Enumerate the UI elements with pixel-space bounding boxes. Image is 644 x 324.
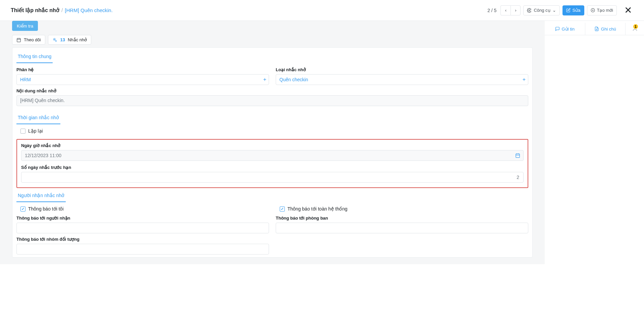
close-button[interactable]: ✕ <box>623 5 633 16</box>
pager-nav: ‹ › <box>500 5 521 15</box>
body: Kiểm tra Theo dõi 13 Nhắc nhở Thông tin … <box>0 21 644 264</box>
field-notify-group: Thông báo tới nhóm đối tượng <box>16 237 269 254</box>
notify-all-row[interactable]: Thông báo tới toàn hệ thống <box>276 205 528 212</box>
tab-time[interactable]: Thời gian nhắc nhở <box>16 113 60 124</box>
svg-point-8 <box>54 39 55 40</box>
gear-icon <box>527 8 532 13</box>
page-subtitle[interactable]: [HRM] Quên checkin. <box>65 7 113 13</box>
page-header: Thiết lập nhắc nhở / [HRM] Quên checkin.… <box>0 0 644 21</box>
note-icon <box>594 27 599 31</box>
side-tab-user[interactable]: 1 <box>625 23 644 35</box>
tools-label: Công cụ <box>534 8 550 13</box>
content-label: Nội dung nhắc nhở <box>16 88 528 93</box>
svg-rect-4 <box>17 38 21 42</box>
notify-me-row[interactable]: Thông báo tới tôi <box>16 205 269 212</box>
svg-point-0 <box>529 10 530 11</box>
field-content: Nội dung nhắc nhở [HRM] Quên checkin. <box>16 88 528 106</box>
notify-recipients-label: Thông báo tới người nhận <box>16 216 269 221</box>
field-subsystem: Phân hệ + <box>16 67 269 85</box>
section-tabs-recipients: Người nhận nhắc nhở <box>12 189 532 202</box>
section-tabs-general: Thông tin chung <box>12 48 532 63</box>
page-title: Thiết lập nhắc nhở <box>11 7 59 13</box>
repeat-label: Lặp lại <box>28 128 43 134</box>
notify-recipients-input[interactable] <box>16 223 269 233</box>
notify-all-checkbox[interactable] <box>280 206 285 212</box>
notify-all-label: Thông báo tới toàn hệ thống <box>287 206 347 212</box>
field-notify-department: Thông báo tới phòng ban <box>276 216 528 233</box>
field-reminder-type: Loại nhắc nhở + <box>276 67 528 85</box>
edit-button[interactable]: Sửa <box>562 5 584 15</box>
edit-label: Sửa <box>573 8 581 13</box>
repeat-row[interactable]: Lặp lại <box>16 128 528 134</box>
general-grid: Phân hệ + Loại nhắc nhở + Nội dung nhắc … <box>12 63 532 109</box>
reminder-type-input[interactable] <box>276 74 528 85</box>
main-column: Kiểm tra Theo dõi 13 Nhắc nhở Thông tin … <box>0 21 545 264</box>
calendar-icon[interactable] <box>515 153 520 158</box>
check-label: Kiểm tra <box>17 24 33 29</box>
user-badge: 1 <box>633 24 638 29</box>
tab-general[interactable]: Thông tin chung <box>16 52 53 63</box>
pager-next-button[interactable]: › <box>511 5 521 15</box>
highlighted-time-box: Ngày giờ nhắc nhở Số ngày nhắc trước hạn <box>16 139 528 188</box>
chip-row: Theo dõi 13 Nhắc nhở <box>12 35 540 45</box>
datetime-input[interactable] <box>21 150 524 161</box>
days-before-label: Số ngày nhắc trước hạn <box>21 165 524 170</box>
tab-recipients[interactable]: Người nhận nhắc nhở <box>16 191 66 202</box>
gears-icon <box>52 38 58 42</box>
edit-icon <box>566 8 571 12</box>
create-button[interactable]: Tạo mới <box>587 5 617 15</box>
section-tabs-time: Thời gian nhắc nhở <box>12 109 532 124</box>
pager-text: 2 / 5 <box>487 8 496 13</box>
notify-department-label: Thông báo tới phòng ban <box>276 216 528 221</box>
notify-me-checkbox[interactable] <box>20 206 25 212</box>
form-card: Thông tin chung Phân hệ + Loại nhắc nhở … <box>12 47 533 258</box>
repeat-checkbox[interactable] <box>20 129 25 134</box>
side-tab-note[interactable]: Ghi chú <box>585 23 626 35</box>
follow-label: Theo dõi <box>24 37 41 42</box>
reminders-label: Nhắc nhở <box>68 37 87 42</box>
notify-department-input[interactable] <box>276 223 528 233</box>
field-notify-recipients: Thông báo tới người nhận <box>16 216 269 233</box>
breadcrumb-separator: / <box>61 7 63 13</box>
plus-icon[interactable]: + <box>523 77 526 83</box>
side-column: Gửi tin Ghi chú 1 <box>545 21 644 264</box>
message-icon <box>555 27 560 31</box>
subsystem-label: Phân hệ <box>16 67 269 72</box>
chevron-left-icon: ‹ <box>505 8 506 13</box>
chevron-right-icon: › <box>515 8 516 13</box>
calendar-icon <box>16 38 21 42</box>
plus-icon[interactable]: + <box>263 77 266 83</box>
check-button[interactable]: Kiểm tra <box>12 21 38 31</box>
svg-point-9 <box>55 40 56 41</box>
chevron-down-icon: ⌄ <box>552 8 556 13</box>
create-label: Tạo mới <box>597 8 613 13</box>
reminder-type-label: Loại nhắc nhở <box>276 67 528 72</box>
content-value[interactable]: [HRM] Quên checkin. <box>16 95 528 106</box>
follow-chip[interactable]: Theo dõi <box>12 35 45 45</box>
notify-group-label: Thông báo tới nhóm đối tượng <box>16 237 269 242</box>
reminders-chip[interactable]: 13 Nhắc nhở <box>48 35 92 45</box>
svg-rect-10 <box>516 154 520 157</box>
recipients-grid: Thông báo tới tôi Thông báo tới toàn hệ … <box>12 202 532 257</box>
subsystem-input[interactable] <box>16 74 269 85</box>
plus-circle-icon <box>591 8 595 12</box>
pager-prev-button[interactable]: ‹ <box>500 5 511 15</box>
notify-me-label: Thông báo tới tôi <box>28 206 64 212</box>
repeat-row-wrap: Lặp lại <box>12 124 532 137</box>
header-left: Thiết lập nhắc nhở / [HRM] Quên checkin. <box>11 7 487 13</box>
days-before-input[interactable] <box>21 172 524 183</box>
header-right: 2 / 5 ‹ › Công cụ ⌄ Sửa Tạo mới ✕ <box>487 5 633 16</box>
side-note-label: Ghi chú <box>601 27 616 32</box>
side-send-label: Gửi tin <box>562 27 575 32</box>
side-tab-send[interactable]: Gửi tin <box>545 23 585 35</box>
tools-button[interactable]: Công cụ ⌄ <box>523 5 559 15</box>
side-tabs: Gửi tin Ghi chú 1 <box>545 21 644 35</box>
notify-group-input[interactable] <box>16 244 269 254</box>
datetime-label: Ngày giờ nhắc nhở <box>21 143 524 148</box>
reminders-count: 13 <box>60 37 65 42</box>
